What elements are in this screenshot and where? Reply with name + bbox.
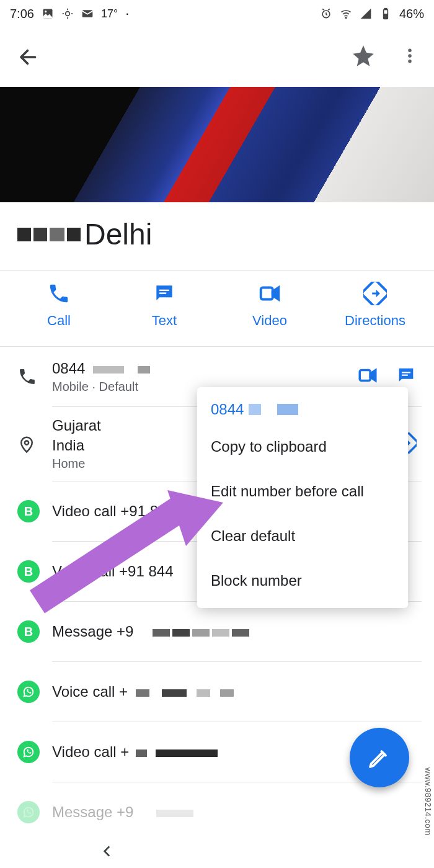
redacted-block bbox=[50, 228, 64, 241]
whatsapp-icon bbox=[17, 801, 40, 823]
status-temp: 17° bbox=[101, 7, 118, 20]
whatsapp-icon bbox=[17, 741, 40, 763]
svg-rect-16 bbox=[360, 370, 370, 381]
contact-cover-photo bbox=[0, 87, 434, 202]
whatsapp-message-label: Message +9 bbox=[52, 803, 133, 820]
menu-edit[interactable]: Edit number before call bbox=[197, 469, 408, 514]
svg-point-19 bbox=[25, 441, 29, 444]
redacted-block bbox=[67, 228, 81, 241]
directions-action[interactable]: Directions bbox=[322, 282, 428, 329]
video-label: Video bbox=[252, 313, 287, 329]
context-menu: 0844 Copy to clipboard Edit number befor… bbox=[197, 387, 408, 608]
svg-point-1 bbox=[45, 11, 46, 12]
quick-actions: Call Text Video Directions bbox=[0, 271, 434, 346]
whatsapp-business-icon: B bbox=[17, 500, 40, 522]
whatsapp-message-row[interactable]: Message +9 bbox=[0, 782, 434, 842]
nav-back-icon[interactable] bbox=[99, 843, 115, 862]
redacted bbox=[136, 749, 218, 757]
svg-point-10 bbox=[408, 54, 412, 58]
whatsapp-voice-label: Voice call + bbox=[52, 683, 128, 700]
contact-name-row: Delhi bbox=[0, 202, 434, 270]
watermark: www.989214.com bbox=[423, 767, 433, 836]
status-dot: · bbox=[125, 6, 129, 22]
status-battery: 46% bbox=[399, 7, 424, 21]
redacted bbox=[93, 366, 150, 374]
overflow-icon[interactable] bbox=[401, 47, 419, 68]
svg-rect-17 bbox=[402, 372, 410, 373]
battery-icon bbox=[379, 7, 392, 20]
menu-block[interactable]: Block number bbox=[197, 558, 408, 603]
svg-rect-13 bbox=[159, 292, 166, 293]
edit-fab[interactable] bbox=[350, 728, 409, 787]
context-menu-header: 0844 bbox=[197, 397, 408, 424]
svg-point-11 bbox=[408, 60, 412, 63]
menu-clear[interactable]: Clear default bbox=[197, 514, 408, 558]
svg-rect-7 bbox=[384, 9, 386, 10]
text-action[interactable]: Text bbox=[112, 282, 217, 329]
redacted bbox=[153, 629, 249, 637]
back-button[interactable] bbox=[17, 46, 40, 68]
whatsapp-icon bbox=[17, 681, 40, 703]
svg-point-2 bbox=[66, 12, 70, 16]
message-icon[interactable] bbox=[396, 365, 417, 388]
svg-rect-8 bbox=[384, 14, 387, 19]
app-bar bbox=[0, 27, 434, 87]
text-label: Text bbox=[152, 313, 177, 329]
call-action[interactable]: Call bbox=[6, 282, 112, 329]
svg-rect-12 bbox=[159, 290, 169, 291]
android-navbar bbox=[0, 837, 434, 868]
phone-number: 0844 bbox=[52, 360, 85, 377]
mail-icon bbox=[81, 7, 94, 20]
contact-name: Delhi bbox=[84, 217, 152, 251]
video-action[interactable]: Video bbox=[217, 282, 322, 329]
video-call-icon[interactable] bbox=[357, 365, 378, 388]
redacted-block bbox=[17, 228, 31, 241]
signal-icon bbox=[360, 7, 372, 20]
status-time: 7:06 bbox=[10, 7, 34, 21]
whatsapp-business-icon: B bbox=[17, 620, 40, 643]
wifi-icon bbox=[340, 7, 352, 20]
menu-copy[interactable]: Copy to clipboard bbox=[197, 424, 408, 469]
wa-message-row[interactable]: B Message +9 bbox=[0, 602, 434, 661]
alarm-icon bbox=[320, 7, 332, 20]
svg-point-5 bbox=[345, 17, 347, 19]
call-label: Call bbox=[47, 313, 71, 329]
phone-icon bbox=[17, 367, 52, 387]
location-icon bbox=[61, 7, 74, 20]
whatsapp-voice-row[interactable]: Voice call + bbox=[0, 662, 434, 722]
directions-label: Directions bbox=[345, 313, 405, 329]
pin-icon bbox=[17, 435, 52, 454]
svg-rect-14 bbox=[261, 288, 273, 300]
whatsapp-video-label: Video call + bbox=[52, 743, 129, 760]
android-statusbar: 7:06 17° · 46% bbox=[0, 0, 434, 27]
redacted bbox=[156, 810, 193, 817]
wa-message-label: Message +9 bbox=[52, 623, 133, 640]
redacted-block bbox=[33, 228, 47, 241]
whatsapp-business-icon: B bbox=[17, 560, 40, 583]
photo-icon bbox=[42, 7, 54, 20]
star-icon[interactable] bbox=[351, 43, 376, 71]
svg-rect-18 bbox=[402, 375, 408, 376]
svg-point-9 bbox=[408, 49, 412, 53]
redacted bbox=[136, 689, 234, 697]
